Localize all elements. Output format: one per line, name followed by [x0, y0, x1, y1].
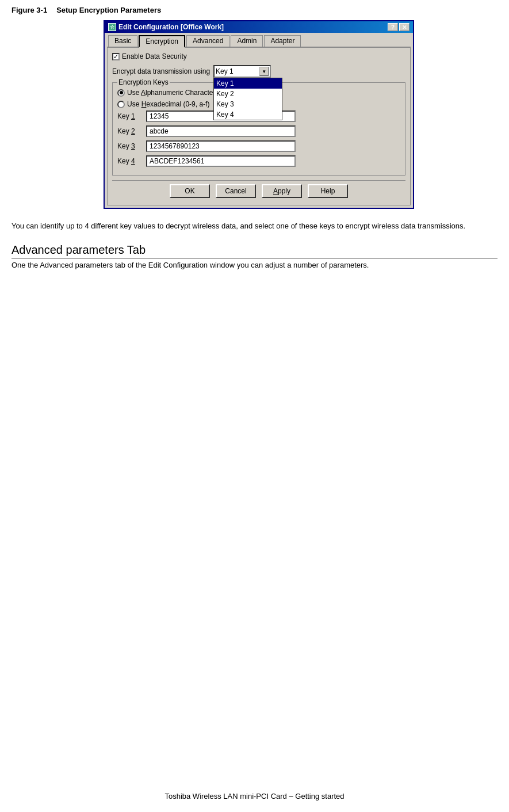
radio-alphanumeric-label: Use Alphanumeric Characters: [127, 89, 219, 97]
key2-label: Key 2: [117, 127, 146, 135]
dropdown-list: Key 1 Key 2 Key 3 Key 4: [213, 78, 282, 120]
enable-security-row: ✓ Enable Data Security: [112, 52, 405, 60]
dialog-buttons: OK Cancel Apply Help: [112, 180, 405, 200]
key4-row: Key 4: [117, 155, 400, 167]
encrypt-row: Encrypt data transmission using Key 1 ▼ …: [112, 65, 405, 78]
key-dropdown-container: Key 1 ▼ Key 1 Key 2 Key 3 Key 4: [213, 65, 271, 78]
dialog-titlebar: ☆ Edit Configuration [Office Work] ? ✕: [105, 21, 413, 33]
cancel-button[interactable]: Cancel: [216, 184, 256, 198]
dialog-content: ✓ Enable Data Security Encrypt data tran…: [107, 47, 411, 205]
enable-security-checkbox[interactable]: ✓: [112, 53, 120, 60]
radio-alphanumeric[interactable]: [117, 89, 125, 97]
key2-input[interactable]: [146, 125, 296, 137]
tab-admin[interactable]: Admin: [231, 35, 263, 47]
body-text: You can identify up to 4 different key v…: [12, 220, 497, 232]
help-titlebar-button[interactable]: ?: [388, 23, 398, 31]
dropdown-item-key1[interactable]: Key 1: [214, 78, 282, 89]
dropdown-item-key4[interactable]: Key 4: [214, 109, 282, 120]
dialog-wrapper: ☆ Edit Configuration [Office Work] ? ✕ B…: [104, 20, 497, 209]
page-footer: Toshiba Wireless LAN mini-PCI Card – Get…: [0, 792, 509, 800]
help-button[interactable]: Help: [308, 184, 348, 198]
dialog-icon: ☆: [108, 23, 116, 31]
dialog-title: Edit Configuration [Office Work]: [118, 23, 224, 31]
key3-input[interactable]: [146, 140, 296, 152]
key2-row: Key 2: [117, 125, 400, 137]
close-titlebar-button[interactable]: ✕: [399, 23, 410, 31]
group-legend: Encryption Keys: [117, 78, 170, 86]
dropdown-item-key2[interactable]: Key 2: [214, 89, 282, 99]
enable-security-label: Enable Data Security: [122, 52, 187, 60]
key-dropdown-text: Key 1: [216, 67, 259, 75]
titlebar-buttons: ? ✕: [388, 23, 410, 31]
dropdown-item-key3[interactable]: Key 3: [214, 99, 282, 109]
figure-title: Setup Encryption Parameters: [56, 6, 161, 14]
key-dropdown[interactable]: Key 1 ▼: [213, 65, 271, 78]
key3-label: Key 3: [117, 142, 146, 150]
apply-button[interactable]: Apply: [262, 184, 302, 198]
radio-hex-label: Use Hexadecimal (0-9, a-f): [127, 100, 209, 108]
dropdown-arrow-icon[interactable]: ▼: [259, 67, 269, 76]
tab-advanced[interactable]: Advanced: [186, 35, 229, 47]
radio-hex[interactable]: [117, 101, 125, 108]
dialog-tabs: Basic Encryption Advanced Admin Adapter: [105, 33, 413, 47]
key1-label: Key 1: [117, 112, 146, 120]
figure-caption: Figure 3-1 Setup Encryption Parameters: [12, 6, 497, 14]
section-body: One the Advanced parameters tab of the E…: [12, 260, 497, 271]
encrypt-label: Encrypt data transmission using: [112, 67, 210, 75]
key4-label: Key 4: [117, 157, 146, 165]
figure-label: Figure 3-1: [12, 6, 47, 14]
key3-row: Key 3: [117, 140, 400, 152]
key4-input[interactable]: [146, 155, 296, 167]
dialog-box: ☆ Edit Configuration [Office Work] ? ✕ B…: [104, 20, 414, 209]
tab-adapter[interactable]: Adapter: [264, 35, 301, 47]
tab-basic[interactable]: Basic: [108, 35, 137, 47]
radio-dot: [120, 91, 123, 94]
titlebar-left: ☆ Edit Configuration [Office Work]: [108, 23, 224, 31]
section-heading: Advanced parameters Tab: [12, 243, 497, 258]
ok-button[interactable]: OK: [170, 184, 210, 198]
tab-encryption[interactable]: Encryption: [139, 35, 185, 48]
